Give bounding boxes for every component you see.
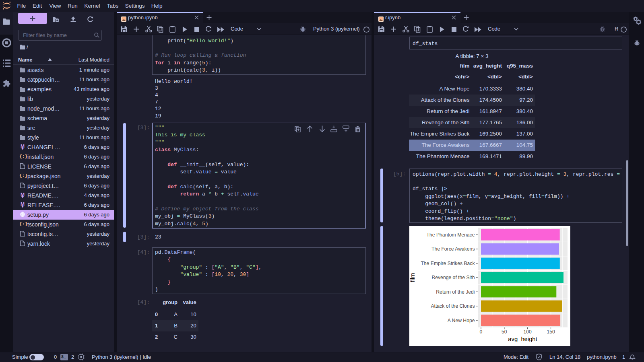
svg-text:Return of the Jedi: Return of the Jedi — [436, 289, 475, 295]
svg-text:The Empire Strikes Back: The Empire Strikes Back — [421, 261, 475, 266]
svg-text:film: film — [409, 273, 416, 282]
svg-text:Revenge of the Sith: Revenge of the Sith — [431, 275, 475, 280]
svg-text:avg_height: avg_height — [508, 336, 537, 342]
svg-text:150: 150 — [547, 329, 555, 335]
svg-text:Attack of the Clones: Attack of the Clones — [431, 303, 475, 309]
svg-text:0: 0 — [480, 329, 483, 335]
svg-text:50: 50 — [502, 329, 507, 335]
svg-text:A New Hope: A New Hope — [448, 318, 475, 323]
svg-text:100: 100 — [524, 329, 532, 335]
svg-text:The Force Awakens: The Force Awakens — [431, 246, 475, 252]
svg-text:The Phantom Menace: The Phantom Menace — [427, 232, 475, 238]
